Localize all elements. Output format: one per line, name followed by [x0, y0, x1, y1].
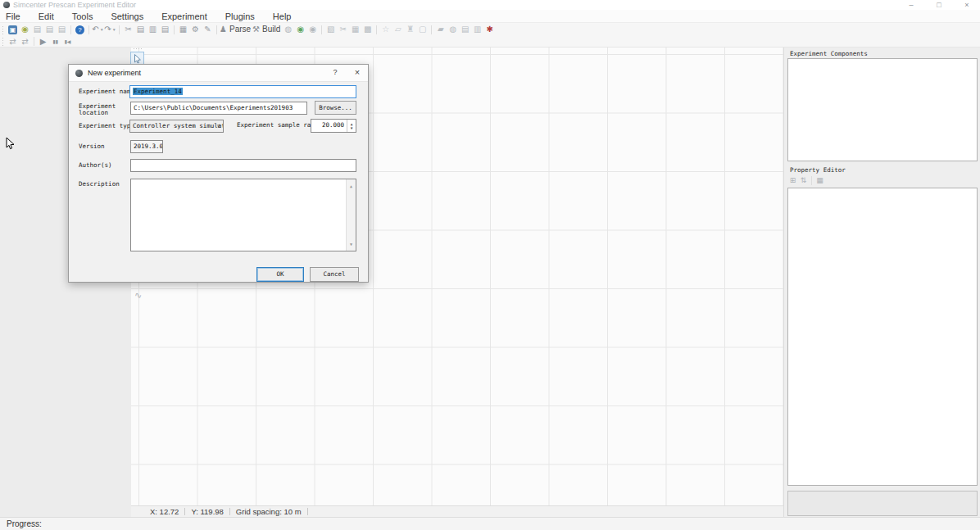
minimize-icon[interactable]: – — [906, 1, 916, 9]
toolbar-grip[interactable] — [2, 25, 5, 34]
table-view-button[interactable]: ▦ — [177, 24, 189, 35]
layers-button[interactable]: ▤ — [459, 24, 471, 35]
help-icon: ? — [75, 25, 84, 34]
scrollbar[interactable]: ▲ ▼ — [346, 179, 356, 251]
export-button[interactable]: ▥ — [471, 24, 483, 35]
viewport-button[interactable]: ▢ — [416, 24, 429, 35]
toolbar-separator — [431, 25, 432, 34]
description-textarea[interactable]: ▲ ▼ — [130, 179, 356, 251]
property-grid-icon: ▦ — [816, 174, 823, 186]
wrench-button[interactable]: ⚙ — [189, 24, 202, 35]
menu-help[interactable]: Help — [264, 10, 301, 23]
dropdown-arrow-icon[interactable]: ▼ — [112, 24, 116, 35]
property-editor-grid[interactable] — [787, 188, 978, 486]
parse-button[interactable]: ♟Parse — [220, 24, 252, 35]
rewind-button[interactable]: ▮◀ — [61, 36, 74, 48]
app-logo-icon — [3, 2, 10, 8]
star-button[interactable]: ☆ — [379, 24, 392, 35]
save-as-button[interactable]: ▤ — [56, 24, 68, 35]
property-grid-button[interactable]: ▦ — [814, 174, 825, 186]
duplicate-icon: ▤ — [161, 24, 169, 35]
cut-road-button[interactable]: ✂ — [337, 24, 349, 35]
grid-table-icon: ▦ — [352, 24, 359, 35]
dialog-title: New experiment — [88, 69, 141, 77]
sort-alphabetically-button[interactable]: ⇅ — [798, 174, 809, 186]
menu-experiment[interactable]: Experiment — [152, 10, 216, 23]
bug-button[interactable]: ✱ — [483, 24, 496, 35]
globe-button[interactable]: ◍ — [447, 24, 459, 35]
star-icon: ☆ — [382, 24, 389, 35]
import-experiment-button[interactable]: ▤ — [31, 24, 43, 35]
run-green-button[interactable]: ◉ — [294, 24, 306, 35]
run-gray-button[interactable]: ◉ — [306, 24, 319, 35]
scroll-up-icon[interactable]: ▲ — [347, 180, 356, 192]
dialog-close-icon[interactable]: × — [350, 67, 365, 77]
run-gray-icon: ◉ — [309, 24, 316, 35]
monitor-button[interactable]: ▰ — [434, 24, 447, 35]
experiment-components-tree[interactable] — [787, 58, 978, 161]
play-button[interactable]: ▶ — [37, 36, 49, 48]
sort-alphabetically-icon: ⇅ — [801, 174, 807, 186]
paste-icon: ▥ — [149, 24, 157, 35]
dialog-help-icon[interactable]: ? — [329, 68, 342, 76]
experiment-type-dropdown[interactable]: Controller system simulati ∨ — [129, 120, 224, 133]
ok-button[interactable]: OK — [256, 267, 304, 282]
cut-button[interactable]: ✂ — [122, 24, 134, 35]
pencil-icon: ✎ — [204, 24, 211, 35]
table-view-icon: ▦ — [179, 24, 187, 35]
toolbar-separator — [174, 25, 175, 34]
toolbar-grip[interactable] — [133, 48, 143, 51]
copy-button[interactable]: ▤ — [134, 24, 147, 35]
grid-table-button[interactable]: ▦ — [349, 24, 361, 35]
menu-plugins[interactable]: Plugins — [216, 10, 264, 23]
run-simulation-button[interactable]: ◍ — [282, 24, 294, 35]
save-experiment-button[interactable]: ▤ — [43, 24, 56, 35]
help-button[interactable]: ? — [74, 24, 86, 35]
experiment-name-input[interactable]: Experiment_14 — [129, 85, 356, 98]
duplicate-button[interactable]: ▤ — [159, 24, 171, 35]
menu-tools[interactable]: Tools — [63, 10, 102, 23]
menu-edit[interactable]: Edit — [29, 10, 63, 23]
pause-icon: ▮▮ — [52, 36, 58, 48]
progress-label: Progress: — [0, 519, 42, 528]
browse-button[interactable]: Browse... — [315, 101, 356, 115]
build-button[interactable]: ⚒Build — [252, 24, 282, 35]
close-icon[interactable]: × — [962, 1, 972, 9]
image-icon: ▩ — [364, 24, 371, 35]
actor-button[interactable]: ♜ — [404, 24, 416, 35]
categorize-button[interactable]: ⊞ — [787, 174, 798, 186]
menu-settings[interactable]: Settings — [102, 10, 152, 23]
image-button[interactable]: ▩ — [361, 24, 374, 35]
spinner-arrows[interactable]: ▲▼ — [347, 120, 356, 132]
description-label: Description — [79, 181, 120, 188]
scroll-down-icon[interactable]: ▼ — [347, 238, 356, 250]
dialog-title-bar[interactable]: New experiment ? × — [69, 65, 368, 82]
paste-button[interactable]: ▥ — [147, 24, 159, 35]
cancel-button[interactable]: Cancel — [310, 267, 359, 282]
regenerate-button[interactable]: ⇄ — [7, 36, 19, 48]
authors-input[interactable] — [130, 159, 356, 172]
maximize-icon[interactable]: □ — [934, 1, 944, 9]
sample-rate-spinbox[interactable]: 20.000 ▲▼ — [311, 119, 356, 133]
road-segment-button[interactable]: ▧ — [324, 24, 337, 35]
menu-file[interactable]: File — [0, 10, 29, 23]
regenerate-all-button[interactable]: ⇄ — [19, 36, 31, 48]
sample-rate-label: Experiment sample rate [H — [237, 122, 311, 129]
undo-icon: ↶ — [92, 24, 98, 35]
copy-icon: ▤ — [137, 24, 144, 35]
layers-icon: ▤ — [461, 24, 469, 35]
folder-button[interactable]: ▱ — [392, 24, 404, 35]
toolbar-grip[interactable] — [2, 37, 5, 46]
toolbar-separator — [119, 25, 120, 34]
mouse-cursor-icon — [6, 138, 16, 150]
pencil-button[interactable]: ✎ — [202, 24, 214, 35]
pause-button[interactable]: ▮▮ — [49, 36, 61, 48]
redo-button[interactable]: ↷▼ — [104, 24, 116, 35]
experiment-location-input[interactable]: C:\Users\Public\Documents\Experiments201… — [130, 102, 307, 115]
new-experiment-button[interactable]: ▣ — [7, 24, 19, 35]
experiment-name-label: Experiment name — [79, 88, 134, 95]
undo-button[interactable]: ↶▼ — [92, 24, 104, 35]
dropdown-arrow-icon[interactable]: ▼ — [100, 24, 104, 35]
open-experiment-button[interactable]: ◉ — [19, 24, 31, 35]
road-tool-button[interactable]: ∿ — [131, 288, 145, 302]
